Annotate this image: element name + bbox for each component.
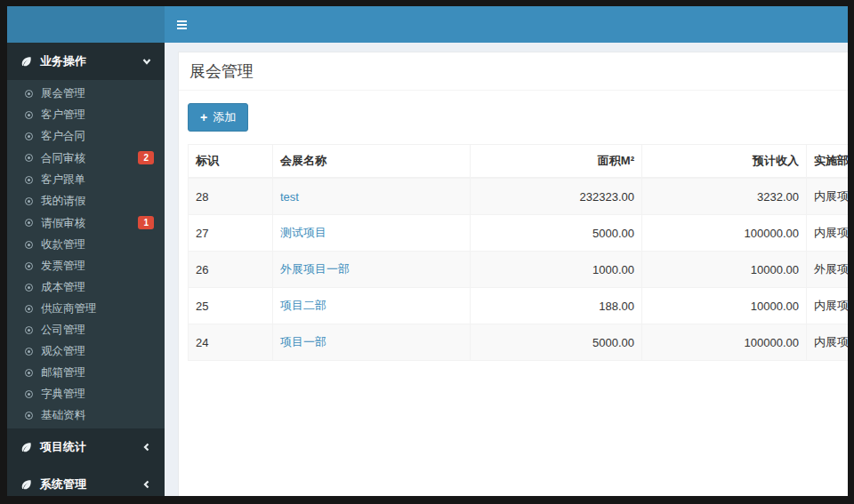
table-row: 26 外展项目一部 1000.00 10000.00 外展项目: [189, 252, 849, 288]
sidebar-item-label: 客户跟单: [41, 173, 85, 186]
add-button-label: 添加: [213, 109, 236, 125]
cell-department: 内展项目: [807, 215, 849, 252]
sidebar-item-customer-contract[interactable]: 客户合同: [7, 125, 165, 147]
top-header: [7, 6, 848, 43]
sidebar-section-system-mgmt[interactable]: 系统管理: [7, 466, 165, 496]
sidebar: 业务操作 展会管理 客户管理 客户合同 合同审核 2: [7, 43, 165, 496]
sidebar-item-label: 基础资料: [41, 409, 85, 421]
sidebar-item-label: 公司管理: [41, 324, 85, 336]
column-header-area: 面积M²: [471, 145, 642, 179]
dot-circle-icon: [25, 262, 33, 270]
cell-name: 项目二部: [273, 288, 471, 324]
column-header-id: 标识: [189, 145, 273, 179]
sidebar-item-mailbox-mgmt[interactable]: 邮箱管理: [7, 362, 165, 383]
sidebar-item-label: 我的请假: [41, 195, 85, 207]
cell-name: 测试项目: [273, 215, 471, 252]
cell-revenue: 3232.00: [642, 178, 807, 215]
sidebar-item-label: 合同审核: [41, 152, 85, 164]
dot-circle-icon: [25, 326, 33, 334]
cell-revenue: 100000.00: [642, 215, 807, 252]
sidebar-item-audience-mgmt[interactable]: 观众管理: [7, 340, 165, 362]
sidebar-item-contract-review[interactable]: 合同审核 2: [7, 147, 165, 169]
sidebar-item-customer-mgmt[interactable]: 客户管理: [7, 104, 165, 125]
sidebar-section-label: 系统管理: [40, 476, 86, 492]
sidebar-item-exhibition-mgmt[interactable]: 展会管理: [7, 83, 165, 104]
leaf-icon: [20, 479, 32, 491]
sidebar-section-project-stats[interactable]: 项目统计: [7, 428, 165, 466]
sidebar-submenu: 展会管理 客户管理 客户合同 合同审核 2 客户跟单 我的请假: [7, 80, 165, 428]
leaf-icon: [20, 56, 32, 68]
sidebar-item-payment-mgmt[interactable]: 收款管理: [7, 234, 165, 255]
cell-id: 28: [189, 178, 273, 215]
sidebar-item-customer-followup[interactable]: 客户跟单: [7, 169, 165, 190]
leaf-icon: [20, 442, 32, 453]
exhibition-link[interactable]: 项目二部: [280, 299, 326, 312]
exhibition-link[interactable]: 外展项目一部: [280, 262, 350, 276]
exhibition-link[interactable]: 项目一部: [280, 335, 326, 348]
sidebar-item-leave-review[interactable]: 请假审核 1: [7, 212, 165, 234]
sidebar-item-cost-mgmt[interactable]: 成本管理: [7, 276, 165, 298]
add-button[interactable]: + 添加: [188, 103, 248, 132]
plus-icon: +: [200, 112, 207, 123]
panel-body: + 添加 标识 会展名称 面积M² 预计收入 实施部门: [179, 91, 848, 370]
dot-circle-icon: [25, 132, 33, 140]
navbar: [165, 6, 848, 43]
sidebar-item-supplier-mgmt[interactable]: 供应商管理: [7, 298, 165, 319]
sidebar-item-label: 邮箱管理: [41, 366, 85, 379]
logo-area: [7, 6, 165, 43]
sidebar-item-label: 客户管理: [41, 108, 85, 121]
sidebar-item-label: 请假审核: [41, 217, 85, 229]
cell-department: 外展项目: [807, 252, 849, 288]
table-row: 28 test 232323.00 3232.00 内展项目: [189, 178, 849, 215]
dot-circle-icon: [25, 412, 33, 420]
dot-circle-icon: [25, 241, 33, 249]
table-header-row: 标识 会展名称 面积M² 预计收入 实施部门: [189, 145, 849, 179]
dot-circle-icon: [25, 369, 33, 377]
cell-id: 26: [189, 252, 273, 288]
exhibition-link[interactable]: 测试项目: [280, 226, 326, 239]
dot-circle-icon: [25, 390, 33, 398]
sidebar-item-label: 观众管理: [41, 345, 85, 357]
cell-name: test: [273, 178, 471, 215]
cell-area: 5000.00: [471, 324, 642, 361]
app-window: 业务操作 展会管理 客户管理 客户合同 合同审核 2: [7, 6, 848, 496]
cell-department: 内展项目: [807, 178, 849, 215]
sidebar-item-company-mgmt[interactable]: 公司管理: [7, 319, 165, 340]
cell-id: 25: [189, 288, 273, 324]
sidebar-item-label: 展会管理: [41, 87, 85, 100]
dot-circle-icon: [25, 197, 33, 205]
cell-revenue: 10000.00: [642, 288, 807, 324]
sidebar-item-label: 收款管理: [41, 238, 85, 251]
cell-area: 188.00: [471, 288, 642, 324]
sidebar-section-label: 业务操作: [40, 53, 86, 69]
cell-area: 5000.00: [471, 215, 642, 252]
hamburger-menu-icon[interactable]: [177, 13, 200, 36]
cell-revenue: 100000.00: [642, 324, 807, 361]
cell-department: 内展项目: [807, 288, 849, 324]
column-header-department: 实施部门: [807, 145, 849, 179]
sidebar-item-dictionary-mgmt[interactable]: 字典管理: [7, 383, 165, 404]
dot-circle-icon: [25, 154, 33, 162]
cell-id: 24: [189, 324, 273, 361]
cell-area: 1000.00: [471, 252, 642, 288]
exhibition-table: 标识 会展名称 面积M² 预计收入 实施部门 28 test 232323.00: [188, 144, 848, 361]
dot-circle-icon: [25, 90, 33, 98]
table-row: 25 项目二部 188.00 10000.00 内展项目: [189, 288, 849, 324]
exhibition-link[interactable]: test: [280, 190, 299, 204]
sidebar-item-basic-data[interactable]: 基础资料: [7, 404, 165, 426]
sidebar-item-invoice-mgmt[interactable]: 发票管理: [7, 255, 165, 276]
dot-circle-icon: [25, 111, 33, 119]
panel-header: 展会管理: [179, 52, 848, 91]
table-row: 24 项目一部 5000.00 100000.00 内展项目: [189, 324, 849, 361]
chevron-left-icon: [142, 443, 151, 452]
sidebar-section-label: 项目统计: [40, 439, 86, 455]
column-header-revenue: 预计收入: [642, 145, 807, 179]
sidebar-item-label: 成本管理: [41, 281, 85, 293]
chevron-down-icon: [142, 57, 151, 66]
sidebar-item-my-leave[interactable]: 我的请假: [7, 190, 165, 212]
sidebar-section-business-ops[interactable]: 业务操作: [7, 43, 165, 80]
dot-circle-icon: [25, 219, 33, 227]
leave-review-badge: 1: [138, 216, 154, 229]
content-area: 展会管理 + 添加 标识 会展名称 面积M² 预计收入 实施部门: [165, 43, 848, 496]
dot-circle-icon: [25, 176, 33, 184]
